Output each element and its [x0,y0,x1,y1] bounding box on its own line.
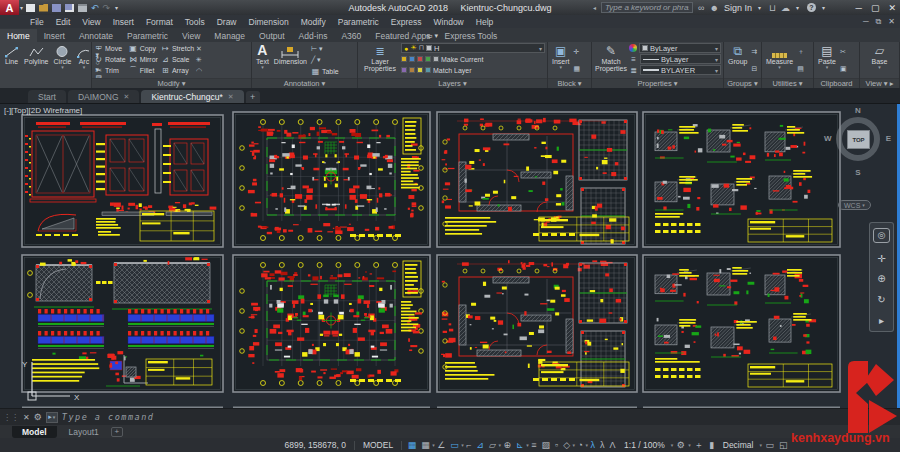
layer-freeze-icon[interactable] [417,56,423,62]
search-input[interactable] [601,2,693,13]
layer-select-caret-icon[interactable]: ▾ [539,45,542,52]
tab-model[interactable]: Model [12,426,57,438]
new-drawing-tab-button[interactable]: + [246,91,260,103]
table-tool[interactable]: ▦Table [311,67,339,76]
app-menu-button[interactable]: A [0,0,19,15]
ribbon-tab-annotate[interactable]: Annotate [72,29,120,42]
app-menu-caret-icon[interactable]: ▾ [20,4,23,11]
scale-tool[interactable]: ⊿Scale [161,54,194,65]
annotation-scale-value[interactable]: 1:1 / 100% [619,440,670,450]
layer-isolate-icon[interactable] [409,56,415,62]
object-snap-tracking-toggle[interactable]: ⊕ [501,441,514,450]
viewport-controls[interactable]: [-][Top][2D Wireframe] [4,106,82,115]
copy-clip-icon[interactable]: ▣ [840,65,847,73]
recent-commands-icon[interactable]: ▸▾ [46,412,58,423]
annotation-scale-flag-toggle[interactable]: Λ [607,441,618,450]
text-tool[interactable]: A Text ▾ [254,43,271,77]
open-file-icon[interactable] [39,4,48,12]
cloud-caret-icon[interactable]: ▾ [796,4,799,11]
circle-tool[interactable]: Circle ▾ [52,43,74,88]
menu-insert[interactable]: Insert [107,17,140,27]
infocenter-collapse-icon[interactable]: ◂ [593,4,596,11]
make-current-button[interactable]: Make Current [441,56,483,63]
layer-unisolate-icon[interactable] [401,67,407,73]
save-as-icon[interactable] [65,4,74,12]
ribbon-tab-express-tools[interactable]: Express Tools [438,29,505,42]
panel-label-block[interactable]: Block ▾ [548,78,591,88]
space-indicator[interactable]: MODEL [358,440,398,450]
minimize-button[interactable]: ─ [856,3,862,13]
layer-off-icon[interactable] [401,56,407,62]
clean-screen-toggle[interactable]: ◱ [776,441,790,450]
group-edit-icon[interactable]: ⊟ [751,65,757,73]
close-button[interactable]: ✕ [888,3,896,13]
navigation-wheel-icon[interactable]: ◎ [873,228,890,243]
ribbon-tab-parametric[interactable]: Parametric [120,29,175,42]
annotation-monitor-icon[interactable]: ＋ [692,441,706,450]
menu-parametric[interactable]: Parametric [332,17,385,27]
ribbon-tab-a360[interactable]: A360 [334,29,368,42]
color-caret-icon[interactable]: ▾ [715,45,718,52]
autoscale-toggle[interactable]: λ [598,441,608,450]
ribbon-tab-home[interactable]: Home [0,29,37,42]
lineweight-select[interactable]: BYLAYER ▾ [640,65,721,75]
app-store-icon[interactable]: ⊔ [769,3,776,13]
ribbon-tab-manage[interactable]: Manage [207,29,252,42]
ribbon-tab-add-ins[interactable]: Add-ins [292,29,335,42]
quick-properties-toggle[interactable]: ▭ [763,441,777,450]
polyline-tool[interactable]: Polyline [22,43,51,88]
command-grip-icon[interactable]: ⋮⋮ [3,413,19,422]
erase-tool-icon[interactable]: ✕ [196,45,202,53]
stretch-tool[interactable]: ↦Stretch [161,43,194,54]
trim-tool[interactable]: ✂Trim [94,65,126,76]
dynamic-input-toggle[interactable]: ▭ [448,441,462,450]
drawing-tab-start[interactable]: Start [28,90,66,103]
panel-label-groups[interactable]: Groups ▾ [724,78,761,88]
menu-help[interactable]: Help [470,17,499,27]
menu-draw[interactable]: Draw [211,17,243,27]
match-layer-button[interactable]: Match Layer [433,67,472,74]
ribbon-display-toggle-icon[interactable]: ▭ ▾ [426,32,438,40]
doc-close-button[interactable]: ✕ [888,17,895,27]
annotation-visibility-toggle[interactable]: λ [588,441,598,450]
grid-display-toggle[interactable]: ▦ [405,441,419,450]
isolate-objects-icon[interactable]: ▮ [707,441,717,450]
panel-label-utilities[interactable]: Utilities ▾ [762,78,813,88]
panel-label-modify[interactable]: Modify ▾ [92,78,251,88]
panel-label-properties[interactable]: Properties ▾ [592,78,723,88]
cut-icon[interactable]: ✂ [840,48,847,56]
model-space-drawing[interactable] [0,104,900,408]
array-tool[interactable]: ⊞Array [161,65,194,76]
dimension-tool[interactable]: Dimension [272,43,309,77]
offset-tool-icon[interactable]: ◠ [196,67,202,75]
layer-select[interactable]: ● ☀ ⊓ H ▾ [401,43,545,53]
viewcube-north[interactable]: N [830,106,886,115]
close-tab-icon[interactable]: ✕ [124,93,130,101]
close-tab-icon[interactable]: ✕ [228,93,234,101]
layer-unlock-icon[interactable]: ⊓ [419,44,424,52]
linetype-select[interactable]: ByLayer ▾ [640,54,721,64]
pan-icon[interactable]: ✛ [877,254,885,264]
move-tool[interactable]: +Move [94,43,126,54]
layer-thaw-all-icon[interactable] [409,67,415,73]
layer-thaw-icon[interactable]: ☀ [410,44,416,52]
menu-tools[interactable]: Tools [179,17,211,27]
viewcube-top-face[interactable]: TOP [847,130,870,149]
measure-flyout-icon[interactable]: ▾ [778,65,781,70]
layer-on-icon[interactable]: ● [404,45,408,52]
menu-format[interactable]: Format [140,17,179,27]
arc-flyout-icon[interactable]: ▾ [83,65,86,70]
doc-restore-button[interactable]: ⧉ [876,17,882,27]
explode-tool-icon[interactable]: ✳ [196,56,202,64]
paste-flyout-icon[interactable]: ▾ [826,65,829,70]
leader-tool-icon[interactable]: ⊢ ▾ [311,45,339,53]
layer-lock-icon[interactable] [425,56,431,62]
menu-dimension[interactable]: Dimension [243,17,295,27]
drawing-area[interactable]: [-][Top][2D Wireframe] N W E S TOP WCS▾ … [0,103,900,408]
plot-icon[interactable] [78,4,87,12]
object-color-select[interactable]: ByLayer ▾ [639,43,721,53]
a360-cloud-icon[interactable]: ☁ [781,3,790,13]
menu-express[interactable]: Express [385,17,428,27]
line-tool[interactable]: Line [2,43,21,88]
ribbon-tab-output[interactable]: Output [252,29,292,42]
